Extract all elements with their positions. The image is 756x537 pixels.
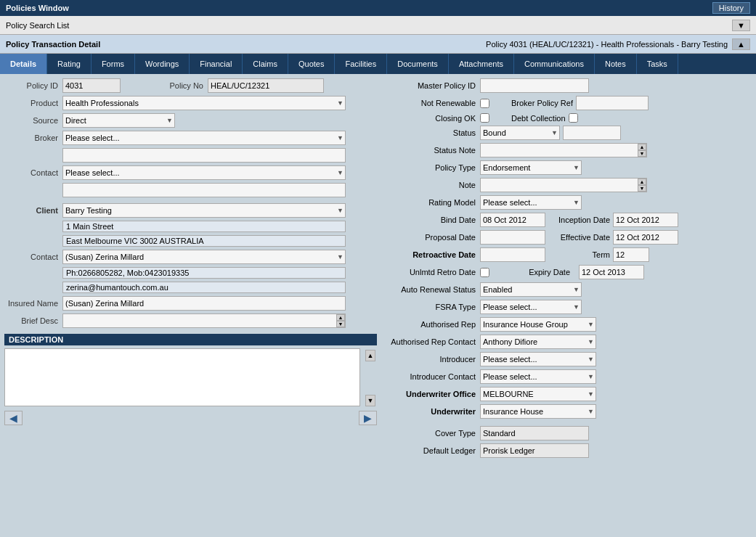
master-policy-id-field[interactable] <box>480 78 589 93</box>
policy-type-row: Policy Type Endorsement ▼ <box>386 160 752 175</box>
term-field[interactable] <box>613 247 649 262</box>
broker-select[interactable]: Please select... <box>62 131 346 145</box>
product-select[interactable]: Health Professionals <box>62 96 346 110</box>
effective-date-field[interactable] <box>613 230 678 245</box>
unlimited-retro-checkbox[interactable] <box>480 268 489 277</box>
hscroll-left[interactable]: ◀ <box>4 411 23 425</box>
tab-details[interactable]: Details <box>0 54 47 74</box>
authorised-rep-select[interactable]: Insurance House Group <box>480 317 596 332</box>
hscroll-right[interactable]: ▶ <box>359 411 377 425</box>
term-label: Term <box>551 250 613 259</box>
note-down[interactable]: ▼ <box>638 185 646 192</box>
tab-rating[interactable]: Rating <box>47 54 92 74</box>
source-label: Source <box>4 116 62 125</box>
expiry-date-field[interactable] <box>579 265 644 279</box>
closing-ok-row: Closing OK Debt Collection <box>386 113 752 123</box>
description-scroll-up[interactable]: ▲ <box>365 350 375 361</box>
cover-type-label: Cover Type <box>386 429 480 438</box>
default-ledger-label: Default Ledger <box>386 446 480 455</box>
note-field[interactable] <box>480 178 647 192</box>
tab-financial[interactable]: Financial <box>190 54 243 74</box>
brief-desc-down[interactable]: ▼ <box>336 321 345 327</box>
policy-type-select[interactable]: Endorsement <box>480 160 582 175</box>
auto-renewal-select[interactable]: Enabled <box>480 282 582 297</box>
client-select[interactable]: Barry Testing <box>62 203 346 218</box>
contact-extra-field[interactable] <box>62 183 346 197</box>
source-select[interactable]: Direct <box>62 113 175 128</box>
status-note-up[interactable]: ▲ <box>638 144 646 150</box>
inception-date-field[interactable] <box>613 213 678 227</box>
policy-search-dropdown[interactable]: ▼ <box>732 20 750 31</box>
authorised-rep-contact-select[interactable]: Anthony Difiore <box>480 335 596 349</box>
tab-wordings[interactable]: Wordings <box>135 54 190 74</box>
authorised-rep-contact-row: Authorised Rep Contact Anthony Difiore ▼ <box>386 335 752 349</box>
default-ledger-field[interactable] <box>480 443 589 458</box>
contact-select[interactable]: Please select... <box>62 165 346 180</box>
policy-transaction-info: Policy 4031 (HEAL/UC/12321) - Health Pro… <box>486 40 728 49</box>
brief-desc-field[interactable] <box>62 313 346 328</box>
tab-documents[interactable]: Documents <box>387 54 449 74</box>
address2-field: East Melbourne VIC 3002 AUSTRALIA <box>62 235 346 247</box>
introducer-contact-select[interactable]: Please select... <box>480 369 596 384</box>
note-up[interactable]: ▲ <box>638 179 646 185</box>
phone-row: Ph:0266805282, Mob:0423019335 <box>4 267 377 279</box>
policy-no-field[interactable] <box>208 78 324 93</box>
tab-claims[interactable]: Claims <box>243 54 288 74</box>
product-label: Product <box>4 99 62 107</box>
right-panel: Master Policy ID Not Renewable Broker Po… <box>381 74 756 537</box>
bind-date-field[interactable] <box>480 213 545 227</box>
contact-label: Contact <box>4 168 62 177</box>
cover-type-row: Cover Type <box>386 426 752 440</box>
underwriter-office-row: Underwriter Office MELBOURNE ▼ <box>386 387 752 401</box>
description-textarea[interactable] <box>4 348 360 406</box>
rating-model-select[interactable]: Please select... <box>480 195 582 210</box>
tab-forms[interactable]: Forms <box>92 54 135 74</box>
debt-collection-checkbox[interactable] <box>569 113 578 123</box>
rating-model-row: Rating Model Please select... ▼ <box>386 195 752 210</box>
underwriter-select[interactable]: Insurance House <box>480 404 596 419</box>
tab-attachments[interactable]: Attachments <box>449 54 514 74</box>
client-label: Client <box>4 206 62 215</box>
client-row: Client Barry Testing ▼ <box>4 203 377 218</box>
retroactive-date-field[interactable] <box>480 247 545 262</box>
fsra-type-select[interactable]: Please select... <box>480 300 582 314</box>
description-scroll-down[interactable]: ▼ <box>365 395 375 406</box>
policy-id-row: Policy ID Policy No <box>4 78 377 93</box>
tab-quotes[interactable]: Quotes <box>288 54 335 74</box>
contact-row: Contact Please select... ▼ <box>4 165 377 180</box>
broker-policy-ref-field[interactable] <box>576 96 649 110</box>
status-note-inline[interactable] <box>563 126 621 140</box>
unlimited-retro-row: Unlmtd Retro Date Expiry Date <box>386 265 752 279</box>
introducer-select[interactable]: Please select... <box>480 352 596 366</box>
underwriter-office-select[interactable]: MELBOURNE <box>480 387 596 401</box>
insured-name-field[interactable] <box>62 296 346 311</box>
not-renewable-checkbox[interactable] <box>480 99 489 108</box>
introducer-contact-row: Introducer Contact Please select... ▼ <box>386 369 752 384</box>
tab-communications[interactable]: Communications <box>514 54 595 74</box>
contact-person-select[interactable]: (Susan) Zerina Millard <box>62 250 346 264</box>
brief-desc-up[interactable]: ▲ <box>336 314 345 321</box>
master-policy-id-row: Master Policy ID <box>386 78 752 93</box>
policy-id-field[interactable] <box>62 78 121 93</box>
retroactive-date-label: Retroactive Date <box>386 250 480 259</box>
description-area: ▲ ▼ <box>4 348 377 408</box>
tab-tasks[interactable]: Tasks <box>637 54 678 74</box>
phone-field: Ph:0266805282, Mob:0423019335 <box>62 267 346 279</box>
status-note-row: Status Note ▲ ▼ <box>386 143 752 157</box>
history-button[interactable]: History <box>712 2 750 14</box>
authorised-rep-label: Authorised Rep <box>386 320 480 329</box>
tab-notes[interactable]: Notes <box>595 54 637 74</box>
broker-extra-field[interactable] <box>62 148 346 163</box>
collapse-button[interactable]: ▲ <box>732 38 750 50</box>
tab-facilities[interactable]: Facilities <box>335 54 387 74</box>
effective-date-label: Effective Date <box>551 233 613 242</box>
status-note-field[interactable] <box>480 143 647 157</box>
status-note-down[interactable]: ▼ <box>638 150 646 157</box>
cover-type-field[interactable] <box>480 426 589 440</box>
closing-ok-label: Closing OK <box>386 114 480 123</box>
proposal-date-field[interactable] <box>480 230 545 245</box>
description-header: DESCRIPTION <box>4 334 377 345</box>
closing-ok-checkbox[interactable] <box>480 113 489 123</box>
underwriter-office-label: Underwriter Office <box>386 390 480 398</box>
status-select[interactable]: Bound <box>480 126 560 140</box>
